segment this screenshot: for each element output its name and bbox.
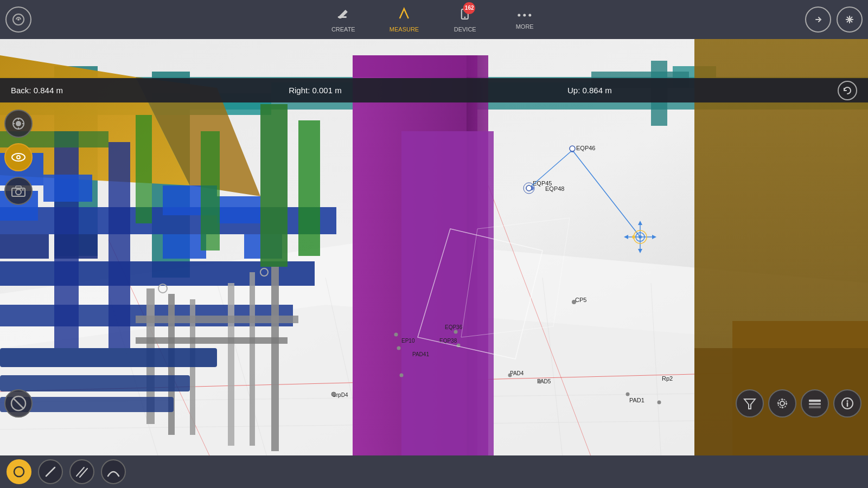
settings-button[interactable]	[768, 389, 796, 418]
svg-text:PAD41: PAD41	[412, 351, 429, 357]
svg-point-89	[394, 333, 398, 337]
svg-point-120	[570, 146, 575, 151]
right-measurement: Right: 0.001 m	[289, 86, 342, 95]
svg-rect-132	[16, 186, 21, 189]
device-button[interactable]: 162 DEVICE	[446, 7, 484, 33]
right-controls	[736, 389, 861, 418]
svg-point-6	[464, 17, 466, 18]
layers-button[interactable]	[801, 389, 829, 418]
svg-line-135	[13, 398, 24, 409]
measure-button[interactable]: MEASURE	[384, 7, 424, 33]
svg-point-91	[400, 374, 404, 377]
svg-rect-102	[228, 283, 234, 446]
svg-rect-107	[0, 348, 217, 367]
svg-rect-49	[54, 234, 98, 259]
forward-button[interactable]	[805, 7, 831, 33]
svg-rect-104	[271, 267, 279, 451]
svg-point-97	[626, 393, 630, 396]
measure-label: MEASURE	[390, 26, 419, 33]
svg-point-144	[847, 400, 848, 402]
back-measurement: Back: 0.844 m	[11, 86, 63, 95]
curve-tool-button[interactable]	[101, 459, 126, 484]
svg-point-129	[17, 156, 20, 158]
svg-rect-105	[136, 316, 298, 323]
svg-text:EQP46: EQP46	[576, 145, 595, 151]
svg-point-95	[508, 374, 512, 377]
camera-button[interactable]	[4, 177, 33, 205]
svg-rect-40	[108, 142, 130, 348]
home-button[interactable]	[5, 7, 31, 33]
svg-text:EQP48: EQP48	[545, 185, 564, 192]
create-button[interactable]: CREATE	[324, 7, 362, 33]
svg-point-69	[572, 300, 576, 304]
svg-text:PAD4: PAD4	[510, 370, 524, 376]
svg-rect-140	[809, 403, 821, 405]
svg-rect-50	[260, 104, 288, 267]
svg-rect-106	[136, 337, 288, 344]
reset-view-button[interactable]	[838, 81, 857, 100]
record-button[interactable]	[4, 110, 33, 138]
svg-point-1	[17, 18, 20, 21]
measure-icon	[397, 7, 412, 24]
info-button[interactable]	[833, 389, 861, 418]
svg-text:CP5: CP5	[575, 297, 586, 303]
bottom-toolbar	[0, 455, 868, 488]
svg-rect-141	[809, 406, 821, 408]
line-tool-button[interactable]	[38, 459, 63, 484]
create-icon	[336, 7, 351, 24]
svg-point-79	[632, 235, 635, 239]
left-controls	[4, 110, 33, 205]
svg-point-131	[16, 189, 21, 195]
svg-rect-45	[217, 196, 260, 223]
svg-point-119	[526, 185, 532, 191]
svg-point-73	[639, 235, 642, 239]
svg-point-90	[397, 346, 401, 350]
device-count-badge: 162	[463, 2, 475, 14]
svg-rect-53	[136, 115, 152, 223]
double-line-tool-button[interactable]	[69, 459, 94, 484]
svg-line-147	[76, 467, 84, 476]
device-label: DEVICE	[454, 26, 476, 33]
asterisk-button[interactable]	[837, 7, 863, 33]
svg-marker-57	[353, 55, 477, 77]
filter-button[interactable]	[736, 389, 764, 418]
svg-point-122	[16, 121, 21, 126]
svg-point-98	[658, 401, 661, 404]
more-button[interactable]: MORE	[506, 9, 544, 30]
svg-rect-139	[809, 400, 821, 402]
svg-point-133	[22, 189, 24, 191]
more-label: MORE	[516, 23, 534, 30]
svg-rect-43	[43, 175, 92, 202]
create-label: CREATE	[331, 26, 355, 33]
svg-text:EP10: EP10	[401, 338, 415, 344]
circle-tool-button[interactable]	[7, 459, 31, 484]
svg-rect-47	[163, 234, 206, 259]
viewport[interactable]: Back: 0.844 m Right: 0.001 m Up: 0.864 m	[0, 39, 868, 455]
svg-point-137	[780, 401, 784, 406]
device-icon: 162	[457, 7, 473, 24]
svg-point-8	[524, 14, 526, 17]
svg-point-138	[778, 399, 787, 408]
svg-point-94	[331, 392, 336, 396]
svg-rect-103	[250, 272, 255, 446]
svg-rect-54	[201, 131, 220, 251]
measure-bar: Back: 0.844 m Right: 0.001 m Up: 0.864 m	[0, 78, 868, 102]
no-entry-button[interactable]	[4, 389, 33, 418]
svg-rect-58	[401, 131, 494, 455]
svg-line-146	[46, 467, 55, 476]
bottom-left-controls	[4, 389, 33, 418]
svg-text:Rp2: Rp2	[662, 375, 673, 382]
svg-rect-52	[298, 120, 320, 256]
svg-text:PAD1: PAD1	[629, 397, 644, 403]
svg-point-7	[518, 14, 521, 17]
top-toolbar: CREATE MEASURE 162	[0, 0, 868, 39]
more-icon	[517, 9, 532, 21]
svg-rect-48	[0, 234, 49, 259]
svg-marker-136	[744, 399, 755, 409]
svg-point-92	[454, 330, 458, 334]
svg-text:EQP36: EQP36	[445, 324, 463, 330]
svg-point-145	[14, 467, 24, 477]
svg-line-148	[80, 468, 87, 477]
eye-button[interactable]	[4, 143, 33, 171]
svg-point-96	[538, 380, 542, 384]
